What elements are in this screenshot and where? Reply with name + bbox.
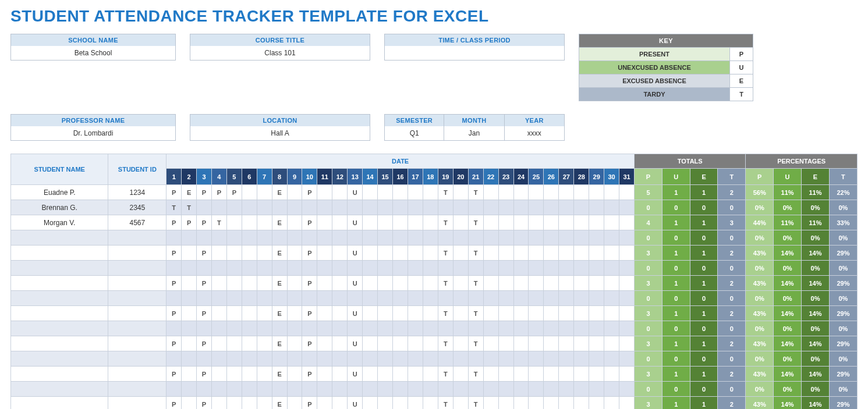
attendance-cell[interactable] [498,382,513,397]
attendance-cell[interactable] [513,261,529,276]
attendance-cell[interactable] [619,215,635,230]
attendance-cell[interactable] [393,306,408,321]
attendance-cell[interactable] [226,336,242,351]
attendance-cell[interactable] [378,246,393,261]
attendance-cell[interactable] [348,291,363,306]
attendance-cell[interactable] [332,230,348,246]
attendance-cell[interactable] [211,351,226,367]
attendance-cell[interactable] [226,306,242,321]
attendance-cell[interactable] [363,185,378,200]
attendance-cell[interactable] [483,261,498,276]
attendance-cell[interactable] [272,382,287,397]
attendance-cell[interactable] [559,336,574,351]
attendance-cell[interactable] [604,276,619,291]
attendance-cell[interactable] [423,200,438,215]
attendance-cell[interactable] [211,336,226,351]
attendance-cell[interactable] [242,336,257,351]
attendance-cell[interactable] [498,185,513,200]
attendance-cell[interactable] [408,246,423,261]
attendance-cell[interactable] [453,397,468,410]
attendance-cell[interactable] [287,215,302,230]
student-name-cell[interactable] [11,367,108,382]
attendance-cell[interactable] [272,200,287,215]
attendance-cell[interactable]: T [468,246,483,261]
attendance-cell[interactable] [498,200,513,215]
attendance-cell[interactable] [242,276,257,291]
attendance-cell[interactable] [604,351,619,367]
attendance-cell[interactable] [423,397,438,410]
attendance-cell[interactable] [423,276,438,291]
attendance-cell[interactable] [408,382,423,397]
attendance-cell[interactable] [529,246,544,261]
attendance-cell[interactable] [332,336,348,351]
attendance-cell[interactable] [242,306,257,321]
attendance-cell[interactable] [378,276,393,291]
attendance-cell[interactable] [363,306,378,321]
attendance-cell[interactable]: T [438,397,453,410]
attendance-cell[interactable] [513,215,529,230]
attendance-cell[interactable] [423,215,438,230]
attendance-cell[interactable]: T [211,215,226,230]
attendance-cell[interactable] [604,336,619,351]
attendance-cell[interactable] [393,336,408,351]
attendance-cell[interactable]: P [166,367,182,382]
attendance-cell[interactable] [257,261,272,276]
attendance-cell[interactable] [559,397,574,410]
attendance-cell[interactable] [302,291,317,306]
attendance-cell[interactable] [468,261,483,276]
attendance-cell[interactable] [317,246,332,261]
attendance-cell[interactable] [182,321,197,336]
attendance-cell[interactable] [619,291,635,306]
attendance-cell[interactable] [257,200,272,215]
attendance-cell[interactable] [242,291,257,306]
attendance-cell[interactable] [529,261,544,276]
attendance-cell[interactable]: T [438,276,453,291]
attendance-cell[interactable]: E [272,306,287,321]
attendance-cell[interactable] [498,367,513,382]
time-period-value[interactable] [385,46,564,60]
attendance-cell[interactable] [604,367,619,382]
attendance-cell[interactable] [317,382,332,397]
attendance-cell[interactable]: P [302,367,317,382]
attendance-cell[interactable] [604,215,619,230]
attendance-cell[interactable] [182,246,197,261]
attendance-cell[interactable]: T [468,397,483,410]
semester-value[interactable]: Q1 [385,126,444,140]
attendance-cell[interactable] [317,336,332,351]
attendance-cell[interactable] [574,321,589,336]
attendance-cell[interactable] [408,321,423,336]
attendance-cell[interactable] [242,246,257,261]
attendance-cell[interactable] [317,230,332,246]
student-id-cell[interactable] [108,351,166,367]
attendance-cell[interactable]: P [182,215,197,230]
attendance-cell[interactable] [257,306,272,321]
attendance-cell[interactable] [559,321,574,336]
attendance-cell[interactable] [242,230,257,246]
attendance-cell[interactable] [226,291,242,306]
attendance-cell[interactable] [393,291,408,306]
attendance-cell[interactable] [287,185,302,200]
attendance-cell[interactable] [574,276,589,291]
student-id-cell[interactable]: 1234 [108,185,166,200]
attendance-cell[interactable] [408,185,423,200]
attendance-cell[interactable] [363,291,378,306]
attendance-cell[interactable] [287,276,302,291]
attendance-cell[interactable] [302,382,317,397]
student-id-cell[interactable] [108,306,166,321]
attendance-cell[interactable]: P [302,336,317,351]
student-id-cell[interactable] [108,246,166,261]
attendance-cell[interactable]: P [197,215,212,230]
attendance-cell[interactable] [619,246,635,261]
attendance-cell[interactable] [544,306,559,321]
attendance-cell[interactable] [287,291,302,306]
attendance-cell[interactable] [529,397,544,410]
attendance-cell[interactable] [619,276,635,291]
attendance-cell[interactable] [332,200,348,215]
attendance-cell[interactable] [242,382,257,397]
attendance-cell[interactable]: E [272,215,287,230]
attendance-cell[interactable] [438,230,453,246]
attendance-cell[interactable] [498,246,513,261]
attendance-cell[interactable] [317,200,332,215]
attendance-cell[interactable] [513,306,529,321]
attendance-cell[interactable] [438,200,453,215]
